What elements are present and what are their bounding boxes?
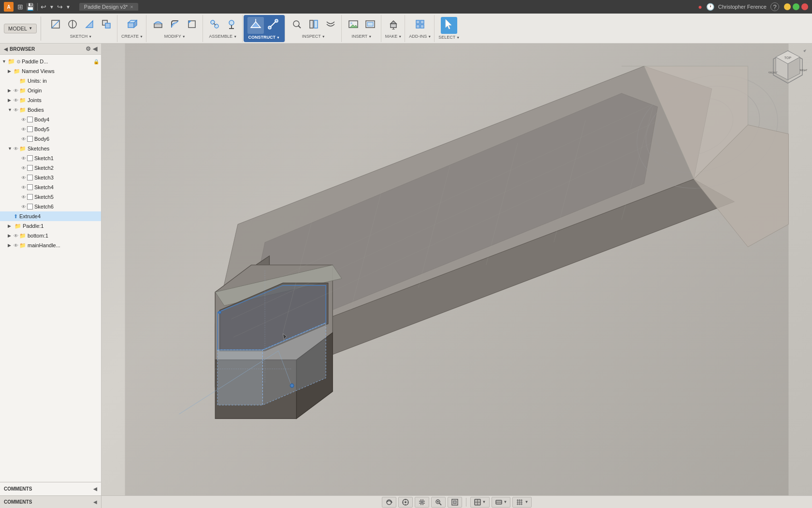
- sketch3-visibility-icon[interactable]: 👁: [21, 175, 26, 180]
- fit-button[interactable]: [448, 497, 462, 508]
- browser-collapse-icon[interactable]: ◀: [4, 46, 8, 52]
- make-group-label[interactable]: MAKE ▼: [385, 34, 402, 39]
- root-expand-arrow[interactable]: ▼: [2, 59, 8, 64]
- tree-sketches[interactable]: ▼ 👁 📁 Sketches: [0, 144, 101, 153]
- sketch5-checkbox[interactable]: [27, 194, 33, 200]
- save-icon[interactable]: 💾: [26, 3, 34, 11]
- mainhandle-arrow[interactable]: ▶: [8, 243, 14, 248]
- undo-icon[interactable]: ↩: [41, 3, 46, 11]
- tree-body5[interactable]: ▶ 👁 Body5: [0, 124, 101, 134]
- tree-units[interactable]: ▶ 📁 Units: in: [0, 76, 101, 86]
- apps-grid-icon[interactable]: ⊞: [17, 3, 23, 11]
- look-at-button[interactable]: [398, 497, 413, 508]
- sketches-arrow[interactable]: ▼: [8, 146, 14, 151]
- display-style-dropdown[interactable]: ▼: [482, 500, 486, 504]
- help-icon[interactable]: ?: [770, 2, 779, 11]
- make-button[interactable]: [386, 18, 401, 33]
- modify-button[interactable]: [150, 18, 166, 33]
- bodies-arrow[interactable]: ▼: [8, 107, 14, 112]
- grid-snap-dropdown[interactable]: ▼: [524, 500, 528, 504]
- tree-body4[interactable]: ▶ 👁 Body4: [0, 115, 101, 124]
- display-style-button[interactable]: ▼: [470, 497, 490, 508]
- record-icon[interactable]: ●: [698, 3, 702, 11]
- comments-status-expand[interactable]: ◀: [93, 499, 97, 505]
- tree-root[interactable]: ▼ 📁 ⚙ Paddle D... 🔒: [0, 57, 101, 66]
- mainhandle-visibility-icon[interactable]: 👁: [14, 243, 18, 248]
- tree-sketch2[interactable]: ▶ 👁 Sketch2: [0, 163, 101, 173]
- paddle1-arrow[interactable]: ▶: [8, 224, 14, 228]
- tree-mainhandle[interactable]: ▶ 👁 📁 mainHandle...: [0, 240, 101, 250]
- inspect-group-label[interactable]: INSPECT ▼: [302, 34, 325, 39]
- insert-canvas-button[interactable]: [346, 18, 361, 33]
- clock-icon[interactable]: 🕐: [706, 3, 714, 11]
- tree-origin[interactable]: ▶ 👁 📁 Origin: [0, 86, 101, 95]
- joints-visibility-icon[interactable]: 👁: [14, 98, 18, 103]
- inspect-button[interactable]: [289, 18, 304, 33]
- sketch4-visibility-icon[interactable]: 👁: [21, 185, 26, 190]
- user-info[interactable]: Christopher Ference: [718, 4, 767, 10]
- construct-axis-button[interactable]: [265, 18, 281, 33]
- bottom1-arrow[interactable]: ▶: [8, 233, 14, 238]
- comments-expand-icon[interactable]: ◀: [93, 486, 97, 492]
- addins-button[interactable]: [412, 18, 428, 33]
- inspect2-button[interactable]: [306, 18, 321, 33]
- joints-arrow[interactable]: ▶: [8, 98, 14, 103]
- modify2-button[interactable]: [167, 18, 183, 33]
- body6-checkbox[interactable]: [27, 136, 33, 142]
- bodies-visibility-icon[interactable]: 👁: [14, 107, 18, 113]
- model-tab-dropdown[interactable]: ▼: [29, 26, 32, 30]
- sketch-create-button[interactable]: [48, 18, 63, 33]
- sketch3-checkbox[interactable]: [27, 175, 33, 180]
- sketch-project-button[interactable]: [82, 18, 97, 33]
- create-group-label[interactable]: CREATE ▼: [121, 34, 143, 39]
- origin-arrow[interactable]: ▶: [8, 88, 14, 93]
- maximize-button[interactable]: [793, 3, 799, 10]
- body5-checkbox[interactable]: [27, 126, 33, 132]
- body5-visibility-icon[interactable]: 👁: [21, 127, 26, 132]
- undo-dropdown-icon[interactable]: ▼: [49, 4, 54, 10]
- assemble-button[interactable]: [207, 18, 222, 33]
- assemble2-button[interactable]: [224, 18, 239, 33]
- pan-button[interactable]: [415, 497, 429, 508]
- sketch-stop-button[interactable]: [65, 18, 80, 33]
- sketch6-checkbox[interactable]: [27, 204, 33, 209]
- tree-sketch4[interactable]: ▶ 👁 Sketch4: [0, 182, 101, 192]
- select-button[interactable]: [441, 17, 457, 34]
- tree-bodies[interactable]: ▼ 👁 📁 Bodies: [0, 105, 101, 115]
- sketch-intersect-button[interactable]: [99, 18, 114, 33]
- tree-extrude4[interactable]: ▶ ⬆ Extrude4: [0, 211, 101, 221]
- tree-joints[interactable]: ▶ 👁 📁 Joints: [0, 95, 101, 105]
- tree-bottom1[interactable]: ▶ 👁 📁 bottom:1: [0, 231, 101, 240]
- tree-sketch3[interactable]: ▶ 👁 Sketch3: [0, 173, 101, 182]
- origin-visibility-icon[interactable]: 👁: [14, 88, 18, 93]
- visual-style-button[interactable]: ▼: [492, 497, 511, 508]
- insert-group-label[interactable]: INSERT ▼: [351, 34, 372, 39]
- body6-visibility-icon[interactable]: 👁: [21, 136, 26, 142]
- sketch-group-label[interactable]: SKETCH ▼: [70, 34, 92, 39]
- select-group-label[interactable]: SELECT ▼: [438, 35, 460, 40]
- tree-sketch1[interactable]: ▶ 👁 Sketch1: [0, 153, 101, 163]
- sketch2-visibility-icon[interactable]: 👁: [21, 165, 26, 171]
- inspect3-button[interactable]: [323, 18, 338, 33]
- redo-icon[interactable]: ↪: [57, 3, 63, 11]
- viewcube[interactable]: TOP FRONT RIGHT: [768, 48, 807, 87]
- browser-expand-icon[interactable]: ◀: [93, 45, 97, 52]
- tree-body6[interactable]: ▶ 👁 Body6: [0, 134, 101, 144]
- tree-sketch5[interactable]: ▶ 👁 Sketch5: [0, 192, 101, 202]
- bottom1-visibility-icon[interactable]: 👁: [14, 233, 18, 239]
- modify-group-label[interactable]: MODIFY ▼: [164, 34, 186, 39]
- tree-sketch6[interactable]: ▶ 👁 Sketch6: [0, 202, 101, 211]
- browser-settings-icon[interactable]: ⚙: [86, 45, 91, 52]
- insert-decal-button[interactable]: [362, 18, 378, 33]
- orbit-button[interactable]: [382, 497, 396, 508]
- sketch6-visibility-icon[interactable]: 👁: [21, 204, 26, 209]
- tab-close-button[interactable]: ×: [130, 4, 133, 10]
- sketch1-visibility-icon[interactable]: 👁: [21, 156, 26, 161]
- design-tab[interactable]: Paddle Design v3* ×: [79, 3, 138, 11]
- zoom-button[interactable]: [431, 497, 446, 508]
- sketch5-visibility-icon[interactable]: 👁: [21, 194, 26, 200]
- sketch2-checkbox[interactable]: [27, 165, 33, 171]
- viewport[interactable]: TOP FRONT RIGHT: [102, 44, 812, 495]
- construct-group-label[interactable]: CONSTRUCT ▼: [248, 35, 280, 40]
- body4-visibility-icon[interactable]: 👁: [21, 117, 26, 122]
